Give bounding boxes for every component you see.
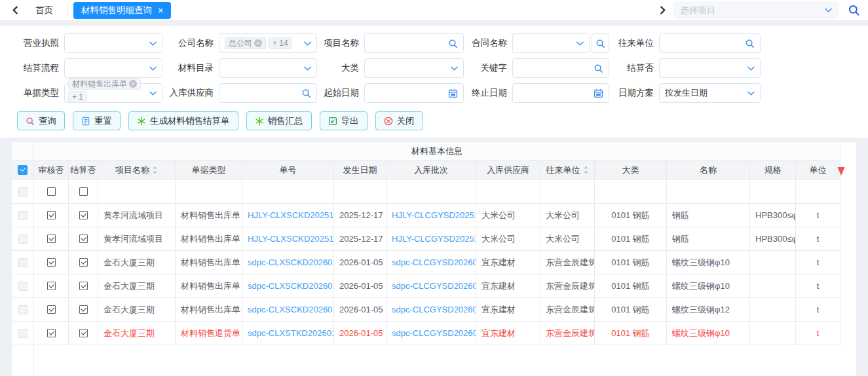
column-header-supplier[interactable]: 入库供应商 xyxy=(476,160,540,180)
column-header-unit[interactable]: 单位 xyxy=(796,160,840,180)
contract-search-button[interactable] xyxy=(592,33,609,53)
filter-cell-settled[interactable] xyxy=(69,180,98,204)
column-header-project[interactable]: 项目名称 xyxy=(98,160,176,180)
settled-checkbox[interactable] xyxy=(79,305,88,314)
document-link[interactable]: HJLY-CLXSCKD202512 xyxy=(248,210,334,220)
column-header-audited[interactable]: 审核否 xyxy=(34,160,69,180)
filter-cell-supplier xyxy=(476,180,540,204)
scroll-tabs-right-icon[interactable] xyxy=(656,5,668,16)
document-link[interactable]: HJLY-CLXSCKD202512 xyxy=(248,234,334,244)
contract-name-select[interactable] xyxy=(512,33,590,53)
column-header-label: 发生日期 xyxy=(343,164,377,176)
filter-cell-sel[interactable] xyxy=(12,180,34,204)
tab-material-sales-detail-query[interactable]: 材料销售明细查询 × xyxy=(73,2,171,19)
sort-icon[interactable] xyxy=(152,166,158,174)
audited-checkbox[interactable] xyxy=(47,235,56,243)
filter-cell-audited[interactable] xyxy=(34,180,69,204)
settled-checkbox[interactable] xyxy=(79,282,88,290)
export-button[interactable]: 导出 xyxy=(320,111,368,130)
filter-label: 公司名称 xyxy=(168,37,214,49)
document-link[interactable]: sdpc-CLXSCKD202601 xyxy=(248,257,334,267)
cell-category: 0101 钢筋 xyxy=(595,298,667,322)
sales-summary-button[interactable]: 销售汇总 xyxy=(246,111,312,130)
column-header-label: 大类 xyxy=(622,164,639,176)
start-date-picker[interactable] xyxy=(364,83,464,103)
document-link[interactable]: HJLY-CLCGYSD202512 xyxy=(392,210,476,220)
column-header-counterparty[interactable]: 往来单位 xyxy=(540,160,595,180)
filter-cell-date xyxy=(334,180,387,204)
query-button[interactable]: 查询 xyxy=(17,111,65,130)
settlement-flow-select[interactable] xyxy=(64,58,162,78)
filter-checkbox[interactable] xyxy=(47,187,56,196)
table-row[interactable]: 金石大厦三期材料销售退货单sdpc-CLXSTKD20260102026-01-… xyxy=(12,322,856,345)
warehouse-supplier-search[interactable] xyxy=(219,83,317,103)
category-select[interactable] xyxy=(364,58,464,78)
material-catalog-select[interactable] xyxy=(219,58,317,78)
audited-checkbox[interactable] xyxy=(47,329,56,337)
filter-label: 合同名称 xyxy=(469,37,507,49)
grid-body: 黄孝河流域项目材料销售出库单HJLY-CLXSCKD2025122025-12-… xyxy=(12,180,856,345)
document-link[interactable]: sdpc-CLCGYSD202601 xyxy=(392,281,476,291)
column-header-spec[interactable]: 规格 xyxy=(750,160,796,180)
scroll-tabs-left-icon[interactable] xyxy=(9,5,21,16)
document-link[interactable]: sdpc-CLXSCKD202601 xyxy=(248,305,334,314)
document-link[interactable]: sdpc-CLCGYSD202601 xyxy=(392,305,476,314)
settled-checkbox[interactable] xyxy=(79,235,88,243)
settled-select[interactable] xyxy=(659,58,761,78)
chevron-down-icon xyxy=(304,66,311,71)
settled-checkbox[interactable] xyxy=(79,329,88,337)
table-row[interactable]: 金石大厦三期材料销售出库单sdpc-CLXSCKD2026012026-01-0… xyxy=(12,298,856,322)
project-select[interactable]: 选择项目 xyxy=(673,1,839,19)
audited-checkbox[interactable] xyxy=(47,258,56,267)
cell-category: 0101 钢筋 xyxy=(595,274,667,298)
audited-checkbox[interactable] xyxy=(47,305,56,314)
counterparty-search[interactable] xyxy=(659,33,761,53)
generate-settlement-button[interactable]: 生成材料销售结算单 xyxy=(128,111,238,130)
column-header-date[interactable]: 发生日期 xyxy=(334,160,387,180)
column-header-batch[interactable]: 入库批次 xyxy=(387,160,476,180)
date-scheme-select[interactable]: 按发生日期 xyxy=(659,83,761,103)
keyword-search[interactable] xyxy=(512,58,609,78)
tag-close-icon[interactable]: × xyxy=(254,39,262,47)
table-row[interactable]: 金石大厦三期材料销售出库单sdpc-CLXSCKD2026012026-01-0… xyxy=(12,251,856,274)
close-tab-icon[interactable]: × xyxy=(158,6,163,15)
tab-home[interactable]: 首页 xyxy=(26,5,62,16)
cell-text: 螺纹三级钢φ10 xyxy=(672,328,730,339)
cell-batch: sdpc-CLCGYSD202601 xyxy=(387,251,476,274)
company-name-multiselect[interactable]: 总公司×+ 14 xyxy=(219,33,317,53)
document-link[interactable]: sdpc-CLXSCKD202601 xyxy=(248,281,334,291)
document-link[interactable]: sdpc-CLCGYSD202601 xyxy=(392,328,476,338)
cell-counterparty: 东营金辰建筑 xyxy=(540,274,595,298)
close-button[interactable]: 关闭 xyxy=(375,111,423,130)
reset-button[interactable]: 重置 xyxy=(73,111,121,130)
settled-checkbox[interactable] xyxy=(79,258,88,267)
audited-checkbox[interactable] xyxy=(47,211,56,219)
search-icon[interactable] xyxy=(848,4,860,16)
cell-settled xyxy=(69,251,98,274)
audited-checkbox[interactable] xyxy=(47,282,56,290)
column-header-settled[interactable]: 结算否 xyxy=(69,160,98,180)
sort-icon[interactable] xyxy=(583,166,589,174)
table-row[interactable]: 黄孝河流域项目材料销售出库单HJLY-CLXSCKD2025122025-12-… xyxy=(12,204,856,227)
column-header-category[interactable]: 大类 xyxy=(595,160,667,180)
filter-control-wrap xyxy=(512,33,609,53)
cell-unit: t xyxy=(796,251,840,274)
column-header-doc_type[interactable]: 单据类型 xyxy=(176,160,242,180)
end-date-picker[interactable] xyxy=(512,83,609,103)
business-license-select[interactable] xyxy=(64,33,162,53)
table-row[interactable]: 黄孝河流域项目材料销售出库单HJLY-CLXSCKD2025122025-12-… xyxy=(12,227,856,251)
select-all-checkbox[interactable] xyxy=(18,165,28,175)
column-header-name[interactable]: 名称 xyxy=(667,160,750,180)
cell-audited xyxy=(34,204,69,227)
doc-type-multiselect[interactable]: 材料销售出库单×+ 1 xyxy=(64,83,162,103)
column-header-doc_no[interactable]: 单号 xyxy=(242,160,334,180)
project-name-search[interactable] xyxy=(364,33,464,53)
document-link[interactable]: HJLY-CLCGYSD202512 xyxy=(392,234,476,244)
document-link[interactable]: sdpc-CLXSTKD2026010 xyxy=(248,328,334,338)
table-row[interactable]: 金石大厦三期材料销售出库单sdpc-CLXSCKD2026012026-01-0… xyxy=(12,274,856,298)
settled-checkbox[interactable] xyxy=(79,211,88,219)
chevron-down-icon xyxy=(747,66,755,71)
document-link[interactable]: sdpc-CLCGYSD202601 xyxy=(392,257,476,267)
tag-close-icon[interactable]: × xyxy=(129,80,137,88)
filter-checkbox[interactable] xyxy=(79,187,88,196)
